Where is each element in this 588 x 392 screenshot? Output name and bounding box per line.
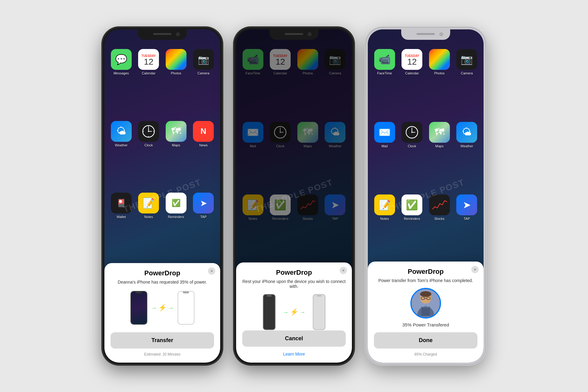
phone3-maps[interactable]: 🗺 Maps — [429, 122, 450, 189]
phones-transfer-graphic: → ⚡ → — [111, 289, 214, 326]
phone3-facetime-label: FaceTime — [377, 71, 392, 75]
phone2-close-button[interactable]: × — [340, 267, 347, 274]
phone3-notes[interactable]: 📝 Notes — [374, 194, 395, 261]
camera-icon — [176, 32, 180, 36]
phone3-camera-icon: 📷 — [456, 49, 477, 70]
phone2-modal-subtitle: Rest your iPhone upon the device you wis… — [242, 279, 346, 289]
phone3-clock[interactable]: Clock — [401, 122, 423, 189]
phone3-calendar-label: Calendar — [405, 71, 419, 75]
svg-rect-14 — [267, 295, 272, 296]
progress-text: 35% Power Transfered — [374, 322, 477, 327]
reminders-label: Reminders — [168, 215, 184, 219]
photos-label: Photos — [171, 71, 181, 75]
phone3-clock-label: Clock — [408, 144, 416, 148]
phone3-stocks-icon — [429, 194, 450, 215]
phone3-close-button[interactable]: × — [471, 266, 479, 273]
phone3-notes-label: Notes — [380, 217, 389, 221]
maps-icon: 🗺 — [166, 121, 187, 142]
phone3-calendar-icon: Tuesday 12 — [401, 49, 422, 70]
app-notes[interactable]: 📝 Notes — [138, 193, 160, 258]
phone3-modal: × PowerDrop Power transfer from Tom's iP… — [368, 262, 484, 363]
cancel-button[interactable]: Cancel — [242, 330, 346, 347]
news-label: News — [199, 143, 208, 147]
phone1-inner: 💬 Messages Tuesday 12 Calendar — [104, 29, 220, 363]
phone3-stocks-label: Stocks — [434, 217, 444, 221]
app-clock[interactable]: Clock — [138, 121, 160, 187]
phone3-notes-icon: 📝 — [374, 194, 395, 215]
svg-rect-13 — [264, 295, 275, 329]
phone3-mail[interactable]: ✉️ Mail — [374, 122, 395, 189]
phone2-modal-title: PowerDrop — [242, 269, 346, 277]
phone2-inner: 📹 FaceTime Tuesday 12 Calendar — [236, 29, 352, 363]
reminders-icon: ✅ — [166, 193, 187, 213]
phone3-clock-icon — [401, 122, 422, 143]
wallet-icon: 🎴 — [111, 193, 132, 213]
phone2-camera — [308, 32, 311, 36]
tap-icon: ➤ — [193, 193, 214, 213]
app-calendar[interactable]: Tuesday 12 Calendar — [138, 49, 160, 115]
phone3-wrapper: 📹 FaceTime Tuesday 12 Calendar — [366, 28, 485, 364]
phone2-screen: 📹 FaceTime Tuesday 12 Calendar — [236, 29, 352, 363]
phone1-close-button[interactable]: × — [208, 267, 215, 275]
phone3-reminders-label: Reminders — [404, 217, 420, 221]
app-reminders[interactable]: ✅ Reminders — [165, 193, 187, 258]
svg-rect-17 — [317, 295, 322, 296]
mini-notch — [136, 292, 142, 293]
phone1-notch — [138, 29, 187, 40]
phone3-tap-icon: ➤ — [456, 194, 477, 215]
weather-label: Weather — [115, 143, 127, 147]
app-tap[interactable]: ➤ TAP — [193, 193, 214, 258]
user-avatar-ring — [410, 288, 441, 318]
phone3-tap-label: TAP — [464, 217, 470, 221]
learn-more-link[interactable]: Learn More — [242, 352, 346, 356]
phone1-screen: 💬 Messages Tuesday 12 Calendar — [104, 29, 220, 363]
phone1-modal-title: PowerDrop — [111, 269, 214, 277]
cal-day: 12 — [144, 58, 153, 66]
svg-point-24 — [420, 291, 432, 297]
phone3-screen: 📹 FaceTime Tuesday 12 Calendar — [368, 29, 484, 363]
phone2-left-profile — [262, 294, 277, 330]
phone3-reminders[interactable]: ✅ Reminders — [401, 194, 423, 261]
phone3-inner: 📹 FaceTime Tuesday 12 Calendar — [368, 29, 484, 363]
source-phone-graphic — [130, 291, 147, 325]
phone3-calendar[interactable]: Tuesday 12 Calendar — [401, 49, 423, 116]
phone3-camera — [439, 32, 443, 36]
speaker-icon — [153, 33, 172, 35]
phone1-modal: × PowerDrop Deanna's iPhone has requeste… — [104, 263, 220, 363]
notes-icon: 📝 — [138, 193, 159, 213]
phone3-photos[interactable]: Photos — [429, 49, 450, 116]
messages-label: Messages — [114, 71, 129, 75]
app-news[interactable]: N News — [193, 121, 214, 187]
camera-icon-img: 📷 — [193, 49, 214, 70]
phone3-weather-label: Weather — [461, 144, 473, 148]
calendar-label: Calendar — [142, 71, 156, 75]
app-wallet[interactable]: 🎴 Wallet — [111, 193, 132, 258]
phone1-modal-subtitle: Deanna's iPhone has requested 35% of pow… — [111, 280, 214, 285]
maps-label: Maps — [172, 143, 180, 147]
app-photos[interactable]: Photos — [165, 49, 187, 115]
phone3-reminders-icon: ✅ — [401, 194, 422, 215]
phone3-modal-subtitle: Power transfer from Tom's iPhone has com… — [374, 278, 477, 283]
lightning-icon: ⚡ — [158, 304, 167, 312]
app-camera[interactable]: 📷 Camera — [193, 49, 214, 115]
phone3-camera[interactable]: 📷 Camera — [456, 49, 478, 116]
transfer-button[interactable]: Transfer — [111, 332, 214, 349]
phone2-notch — [270, 29, 318, 40]
phone3-tap[interactable]: ➤ TAP — [456, 194, 478, 261]
app-weather[interactable]: 🌤 Weather — [111, 121, 132, 187]
done-button[interactable]: Done — [374, 332, 477, 349]
phone1-wrapper: 💬 Messages Tuesday 12 Calendar — [103, 28, 222, 364]
phone3-weather-icon: 🌤 — [456, 122, 477, 143]
person-svg — [412, 289, 440, 317]
charged-text: 85% Charged — [374, 352, 477, 356]
phone3-facetime[interactable]: 📹 FaceTime — [374, 49, 395, 116]
user-avatar — [412, 289, 440, 317]
phone3-weather[interactable]: 🌤 Weather — [456, 122, 478, 189]
phone3-notch — [401, 29, 450, 40]
tap-label: TAP — [200, 215, 207, 219]
app-maps[interactable]: 🗺 Maps — [165, 121, 187, 187]
app-messages[interactable]: 💬 Messages — [111, 49, 132, 115]
phone3-stocks[interactable]: Stocks — [429, 194, 450, 261]
target-phone-graphic — [178, 291, 194, 325]
phone2-modal: × PowerDrop Rest your iPhone upon the de… — [236, 262, 352, 363]
